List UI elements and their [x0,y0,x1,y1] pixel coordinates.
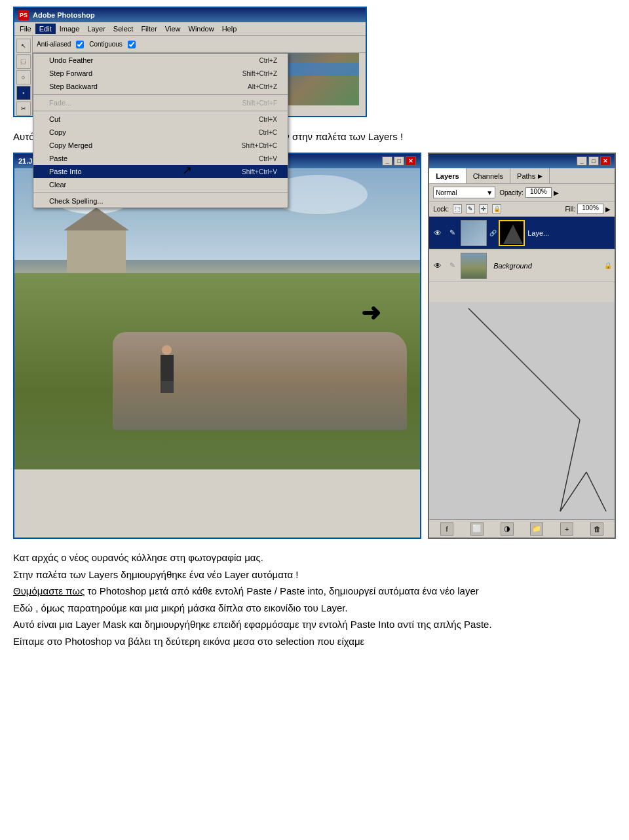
menubar-filter[interactable]: Filter [137,24,161,34]
lock-all-icon[interactable]: 🔒 [492,204,501,213]
tab-layers[interactable]: Layers [429,168,466,183]
ps-toolbar: ↖ ⬚ ○ ⋆ ✂ [14,36,33,116]
layers-maximize-btn[interactable]: □ [588,156,599,166]
minimize-button[interactable]: _ [382,156,392,166]
mask-svg [500,221,526,247]
layers-minimize-btn[interactable]: _ [577,156,587,166]
ps-image-window: 21.JPG @ 18,8% (Layer 1, RGB/8*) _ □ ✕ [13,153,421,539]
layers-canvas-svg [429,302,615,518]
layer-mask-link-icon: 🔗 [489,230,496,236]
layer-mask-thumbnail-layer1 [499,220,525,246]
maximize-button[interactable]: □ [394,156,404,166]
menu-item-check-spelling[interactable]: Check Spelling... [33,194,288,208]
layer-eye-background[interactable]: 👁 [432,260,444,272]
bottom-text-line3-underline: Θυμόμαστε πως [13,585,85,596]
ps-img-titlebar-buttons: _ □ ✕ [382,156,416,166]
layers-close-btn[interactable]: ✕ [600,156,611,166]
bottom-text-line3: Θυμόμαστε πως το Photoshop μετά από κάθε… [13,583,616,600]
close-button[interactable]: ✕ [406,156,416,166]
opacity-row: Opacity: 100% ▶ [499,187,559,198]
ps-menubar: File Edit Image Layer Select Filter View… [14,22,366,36]
layer-brush-background: ✎ [446,260,458,272]
add-mask-button[interactable]: ⬜ [470,522,484,536]
delete-layer-button[interactable]: 🗑 [590,522,603,536]
menu-item-copy[interactable]: Copy Ctrl+C [33,126,288,139]
bottom-text-line5: Αυτό είναι μια Layer Mask και δημιουργήθ… [13,616,616,633]
ps-titlebar: PS Adobe Photoshop [14,8,366,22]
antialiased-label: Anti-aliased [37,41,71,48]
layers-bottom-toolbar: f ⬜ ◑ 📁 + 🗑 [429,519,615,538]
menu-item-paste[interactable]: Paste Ctrl+V [33,152,288,165]
img-annotation-arrow: ➜ [361,299,381,327]
menu-item-step-forward[interactable]: Step Forward Shift+Ctrl+Z [33,67,288,80]
ps-options-bar: Anti-aliased Contiguous [33,36,366,53]
fill-row: Fill: 100% ▶ [565,204,611,214]
menubar-edit[interactable]: Edit [35,24,56,34]
new-group-button[interactable]: 📁 [530,522,543,536]
add-style-button[interactable]: f [440,522,453,536]
lock-transparency-icon[interactable]: ⬚ [453,204,462,213]
menu-item-clear[interactable]: Clear [33,178,288,191]
menubar-view[interactable]: View [161,24,185,34]
layer-row-background[interactable]: 👁 ✎ Background 🔒 [429,249,615,282]
tool-lasso[interactable]: ○ [16,70,31,84]
opacity-arrow-icon: ▶ [554,189,559,196]
img-person-head [162,345,172,355]
lock-move-icon[interactable]: ✛ [479,204,488,213]
blending-mode-dropdown[interactable]: Normal ▼ [433,187,495,198]
layer-brush-layer1[interactable]: ✎ [446,227,458,239]
menu-item-paste-into[interactable]: Paste Into Shift+Ctrl+V [33,165,288,178]
tab-arrow: ▶ [538,173,543,179]
lower-section: 21.JPG @ 18,8% (Layer 1, RGB/8*) _ □ ✕ [13,153,616,539]
menubar-select[interactable]: Select [109,24,138,34]
tool-marquee[interactable]: ⬚ [16,54,31,69]
layers-titlebar: _ □ ✕ [429,154,615,168]
menu-item-cut[interactable]: Cut Ctrl+X [33,113,288,126]
bottom-text-line1: Κατ αρχάς ο νέος ουρανός κόλλησε στη φωτ… [13,549,616,566]
new-layer-button[interactable]: + [560,522,573,536]
ps-content: Anti-aliased Contiguous Undo Feather Ctr… [33,36,366,116]
img-person [159,345,175,391]
antialiased-checkbox[interactable] [76,41,84,48]
layers-lock-row: Lock: ⬚ ✎ ✛ 🔒 Fill: 100% ▶ [429,202,615,217]
new-adjustment-button[interactable]: ◑ [501,522,514,536]
menu-item-undo-feather[interactable]: Undo Feather Ctrl+Z [33,54,288,67]
menu-divider-2 [33,111,288,111]
svg-line-1 [468,308,580,420]
menubar-help[interactable]: Help [218,24,241,34]
layer-eye-layer1[interactable]: 👁 [432,227,444,239]
layers-blend-controls: Normal ▼ Opacity: 100% ▶ [429,184,615,202]
menu-divider-3 [33,192,288,193]
layers-panel: _ □ ✕ Layers Channels Paths ▶ Normal ▼ [428,153,616,539]
menubar-window[interactable]: Window [185,24,218,34]
img-rocks [113,332,407,430]
opacity-input[interactable]: 100% [525,187,552,198]
ps-title: Adobe Photoshop [33,11,95,19]
svg-line-4 [586,472,606,511]
layer-thumbnail-layer1 [461,220,487,246]
menu-item-fade: Fade... Shift+Ctrl+F [33,96,288,109]
tool-magic-wand[interactable]: ⋆ [16,86,31,100]
menubar-file[interactable]: File [16,24,35,34]
menu-item-copy-merged[interactable]: Copy Merged Shift+Ctrl+C [33,139,288,152]
lock-paint-icon[interactable]: ✎ [466,204,475,213]
bottom-text: Κατ αρχάς ο νέος ουρανός κόλλησε στη φωτ… [13,549,616,649]
bottom-text-line3-main: το Photoshop μετά από κάθε εντολή Paste … [85,585,323,596]
menu-item-step-backward[interactable]: Step Backward Alt+Ctrl+Z [33,80,288,93]
tab-paths[interactable]: Paths ▶ [510,168,550,183]
tool-move[interactable]: ↖ [16,39,31,53]
layer-name-background: Background [489,262,601,270]
fill-input[interactable]: 100% [577,204,603,214]
ps-img-body: ➜ [14,168,420,469]
layer-thumbnail-background [461,253,487,279]
tool-crop[interactable]: ✂ [16,101,31,116]
layer-name-layer1: Laye... [527,229,612,237]
menubar-image[interactable]: Image [56,24,84,34]
menubar-layer[interactable]: Layer [83,24,109,34]
img-person-legs [161,381,174,393]
layers-canvas-area [429,302,615,519]
layer-row-layer1[interactable]: 👁 ✎ 🔗 Laye... [429,217,615,249]
contiguous-checkbox[interactable] [128,41,136,48]
tab-channels[interactable]: Channels [467,168,510,183]
layers-titlebar-btns: _ □ ✕ [577,156,611,166]
